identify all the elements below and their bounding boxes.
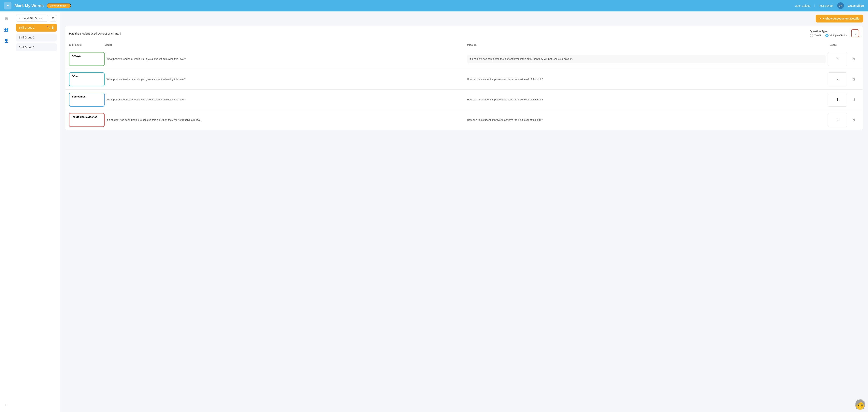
table-row: Sometimes What positive feedback would y…	[65, 90, 863, 110]
avatar[interactable]: GR	[837, 2, 844, 9]
skill-level-sometimes[interactable]: Sometimes	[69, 93, 104, 107]
logo-icon: ✦	[4, 2, 11, 9]
skill-group-3-label: Skill Group 3	[19, 46, 34, 49]
col-header-skill-level: Skill Level	[69, 43, 104, 47]
skill-level-often[interactable]: Often	[69, 72, 104, 86]
add-skill-group-label: + Add Skill Group	[22, 17, 42, 20]
medal-sometimes[interactable]: What positive feedback would you give a …	[106, 98, 465, 101]
feedback-dot: •	[67, 4, 68, 7]
medal-often[interactable]: What positive feedback would you give a …	[106, 77, 465, 81]
col-header-actions	[849, 43, 859, 47]
score-sometimes[interactable]: 1	[828, 93, 847, 107]
skill-level-insufficient[interactable]: Insufficient evidence	[69, 113, 104, 127]
user-icon[interactable]: 👤	[2, 37, 10, 45]
mission-insufficient[interactable]: How can this student improve to achieve …	[467, 118, 826, 122]
col-header-score: Score	[830, 43, 849, 47]
col-header-mission: Mission	[467, 43, 830, 47]
header-divider: |	[814, 4, 815, 7]
collapse-button[interactable]: ⌄	[851, 29, 859, 37]
people-icon[interactable]: 👥	[2, 26, 10, 33]
delete-row-often[interactable]: 🗑	[849, 78, 859, 81]
home-icon[interactable]: ⊞	[2, 14, 10, 23]
multiple-choice-radio[interactable]	[826, 34, 829, 37]
school-name: Test School	[819, 4, 833, 7]
app-layout: ⊞ 👥 👤 ⇤ + + Add Skill Group ⊟ Skill Grou…	[0, 0, 868, 412]
skill-table: Skill Level Medal Mission Score Always W…	[65, 41, 863, 130]
table-row: Insufficient evidence If a student has b…	[65, 110, 863, 130]
skill-level-sometimes-label: Sometimes	[72, 95, 86, 98]
sidebar-item-skill-group-1[interactable]: Skill Group 1 ✏️ 🗑	[16, 24, 57, 32]
add-skill-group-button[interactable]: + + Add Skill Group	[16, 15, 48, 22]
main-content: + + Show Assessment Details Has the stud…	[60, 11, 868, 412]
sidebar-header: + + Add Skill Group ⊟	[16, 14, 57, 22]
feedback-button[interactable]: Give Feedback •	[47, 3, 71, 8]
skill-level-always-label: Always	[72, 55, 81, 57]
medal-always[interactable]: What positive feedback would you give a …	[106, 57, 465, 61]
feedback-label: Give Feedback	[50, 4, 66, 7]
question-header: Has the student used correct grammar? Qu…	[65, 26, 863, 41]
medal-insufficient[interactable]: If a student has been unable to achieve …	[106, 118, 465, 122]
delete-row-insufficient[interactable]: 🗑	[849, 118, 859, 122]
col-header-medal: Medal	[104, 43, 467, 47]
sidebar-item-skill-group-2[interactable]: Skill Group 2	[16, 33, 57, 41]
app-title: Mark My Words	[14, 4, 43, 8]
skill-level-insufficient-label: Insufficient evidence	[72, 115, 97, 118]
question-type-radio-group: Yes/No Multiple Choice	[810, 34, 847, 37]
table-row: Often What positive feedback would you g…	[65, 69, 863, 90]
add-icon: +	[19, 17, 21, 20]
user-name: Grace Elliott	[848, 4, 864, 7]
delete-row-always[interactable]: 🗑	[849, 57, 859, 61]
sidebar-layout-icon[interactable]: ⊟	[50, 14, 57, 22]
mission-always[interactable]: If a student has completed the highest l…	[467, 55, 826, 63]
chevron-down-icon: ⌄	[854, 32, 857, 35]
table-header: Skill Level Medal Mission Score	[65, 41, 863, 49]
show-assessment-button[interactable]: + + Show Assessment Details	[816, 14, 863, 23]
question-text: Has the student used correct grammar?	[69, 32, 806, 35]
show-assessment-label: + Show Assessment Details	[823, 17, 859, 20]
edit-icon[interactable]: ✏️	[47, 26, 50, 29]
logout-icon[interactable]: ⇤	[2, 401, 10, 409]
delete-row-sometimes[interactable]: 🗑	[849, 98, 859, 101]
show-assessment-plus-icon: +	[820, 17, 821, 20]
skill-level-always[interactable]: Always	[69, 52, 104, 66]
icon-bar: ⊞ 👥 👤 ⇤	[0, 11, 13, 412]
sidebar-item-skill-group-3[interactable]: Skill Group 3	[16, 43, 57, 51]
score-often[interactable]: 2	[828, 72, 847, 86]
yes-no-radio[interactable]	[810, 34, 813, 37]
question-card: Has the student used correct grammar? Qu…	[65, 26, 863, 130]
skill-group-1-label: Skill Group 1	[19, 26, 34, 29]
score-insufficient[interactable]: 0	[828, 113, 847, 127]
delete-icon[interactable]: 🗑	[51, 26, 54, 29]
yes-no-label: Yes/No	[814, 34, 822, 37]
skill-group-1-actions: ✏️ 🗑	[47, 26, 54, 29]
multiple-choice-label: Multiple Choice	[830, 34, 847, 37]
mission-often[interactable]: How can this student improve to achieve …	[467, 77, 826, 81]
app-header: ✦ Mark My Words Give Feedback • User Gui…	[0, 0, 868, 11]
skill-level-often-label: Often	[72, 75, 79, 78]
yes-no-option[interactable]: Yes/No	[810, 34, 822, 37]
mission-sometimes[interactable]: How can this student improve to achieve …	[467, 98, 826, 101]
header-nav: User Guides | Test School GR Grace Ellio…	[795, 2, 864, 9]
question-type-section: Question Type Yes/No Multiple Choice	[810, 30, 847, 37]
skill-group-2-label: Skill Group 2	[19, 36, 34, 39]
multiple-choice-option[interactable]: Multiple Choice	[826, 34, 847, 37]
sidebar: + + Add Skill Group ⊟ Skill Group 1 ✏️ 🗑…	[13, 11, 60, 412]
user-guides-link[interactable]: User Guides	[795, 4, 810, 7]
score-always[interactable]: 3	[828, 52, 847, 66]
main-top-bar: + + Show Assessment Details	[65, 14, 863, 23]
table-row: Always What positive feedback would you …	[65, 49, 863, 69]
question-type-label: Question Type	[810, 30, 847, 33]
